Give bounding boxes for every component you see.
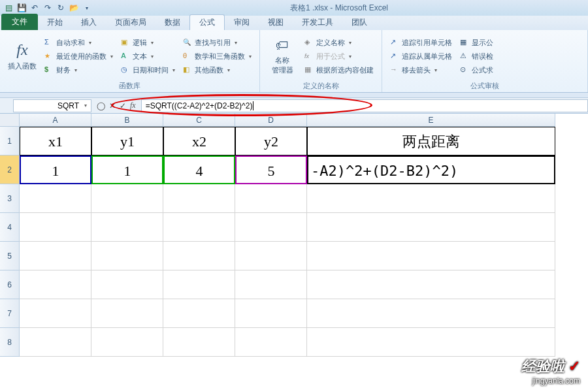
tab-home[interactable]: 开始	[38, 15, 72, 30]
cell-d6[interactable]	[235, 270, 307, 299]
chevron-down-icon[interactable]: ▾	[84, 103, 87, 108]
cell-a4[interactable]	[20, 213, 91, 242]
select-all-corner[interactable]	[0, 114, 20, 127]
save-icon[interactable]: 💾	[16, 2, 27, 14]
error-icon: ⚠	[460, 52, 469, 61]
fx-icon[interactable]: fx	[130, 101, 136, 110]
cell-c5[interactable]	[163, 242, 235, 270]
cell-c6[interactable]	[163, 270, 235, 299]
cell-a8[interactable]	[20, 328, 91, 357]
cell-e4[interactable]	[307, 213, 555, 242]
cell-b8[interactable]	[91, 328, 163, 357]
tab-insert[interactable]: 插入	[72, 15, 106, 30]
cell-b7[interactable]	[91, 299, 163, 328]
row-header-6[interactable]: 6	[0, 270, 20, 299]
dropdown-icon[interactable]: ▾	[81, 2, 93, 14]
row-header-8[interactable]: 8	[0, 328, 20, 357]
cell-d5[interactable]	[235, 242, 307, 270]
cell-b5[interactable]	[91, 242, 163, 270]
cell-a1[interactable]: x1	[20, 127, 91, 155]
cell-b1[interactable]: y1	[91, 127, 163, 155]
use-formula-button[interactable]: 用于公式▾	[302, 50, 376, 63]
create-selection-button[interactable]: 根据所选内容创建	[302, 64, 376, 76]
datetime-button[interactable]: 日期和时间▾	[118, 64, 178, 76]
cell-a5[interactable]	[20, 242, 91, 270]
tab-view[interactable]: 视图	[259, 15, 293, 30]
open-icon[interactable]: 📂	[68, 2, 80, 14]
cell-a2[interactable]: 1	[20, 155, 91, 184]
show-formulas-button[interactable]: ▦显示公	[457, 37, 496, 49]
cell-e5[interactable]	[307, 242, 555, 270]
cell-d4[interactable]	[235, 213, 307, 242]
cancel-icon[interactable]: ✕	[109, 101, 116, 110]
tab-data[interactable]: 数据	[155, 15, 189, 30]
tab-layout[interactable]: 页面布局	[106, 15, 155, 30]
cell-d7[interactable]	[235, 299, 307, 328]
cell-d1[interactable]: y2	[235, 127, 307, 155]
enter-icon[interactable]: ✓	[120, 101, 126, 110]
error-check-button[interactable]: ⚠错误检	[457, 50, 496, 63]
cell-b3[interactable]	[91, 184, 163, 213]
row-header-7[interactable]: 7	[0, 299, 20, 328]
lookup-button[interactable]: 查找与引用▾	[180, 37, 254, 49]
col-header-e[interactable]: E	[307, 114, 555, 127]
tab-file[interactable]: 文件	[1, 14, 38, 30]
math-button[interactable]: 数学和三角函数▾	[180, 50, 254, 63]
name-box[interactable]: SQRT ▾	[13, 99, 91, 112]
cell-a3[interactable]	[20, 184, 91, 213]
cell-c4[interactable]	[163, 213, 235, 242]
row-header-3[interactable]: 3	[0, 184, 20, 213]
col-header-d[interactable]: D	[235, 114, 307, 127]
cell-d3[interactable]	[235, 184, 307, 213]
cell-d2[interactable]: 5	[235, 155, 307, 184]
row-header-2[interactable]: 2	[0, 155, 20, 184]
row-5: 5	[0, 242, 588, 270]
undo-icon[interactable]: ↶	[29, 2, 41, 14]
recent-button[interactable]: 最近使用的函数▾	[42, 50, 116, 63]
tab-dev[interactable]: 开发工具	[293, 15, 342, 30]
cell-c7[interactable]	[163, 299, 235, 328]
row-header-4[interactable]: 4	[0, 213, 20, 242]
cell-e6[interactable]	[307, 270, 555, 299]
cell-e2[interactable]: -A2)^2+(D2-B2)^2)	[307, 155, 555, 184]
define-name-button[interactable]: 定义名称▾	[302, 37, 376, 49]
financial-button[interactable]: 财务▾	[42, 64, 116, 76]
cell-b4[interactable]	[91, 213, 163, 242]
col-header-b[interactable]: B	[91, 114, 163, 127]
cell-c8[interactable]	[163, 328, 235, 357]
autosum-button[interactable]: 自动求和▾	[42, 37, 116, 49]
name-manager-button[interactable]: 🏷 名称 管理器	[265, 33, 299, 80]
logical-button[interactable]: 逻辑▾	[118, 37, 178, 49]
tab-team[interactable]: 团队	[342, 15, 376, 30]
formula-input[interactable]: =SQRT((C2-A2)^2+(D2-B2)^2)	[141, 99, 588, 112]
row-header-5[interactable]: 5	[0, 242, 20, 270]
row-header-1[interactable]: 1	[0, 127, 20, 155]
cell-b2[interactable]: 1	[91, 155, 163, 184]
cell-e8[interactable]	[307, 328, 555, 357]
cell-d8[interactable]	[235, 328, 307, 357]
other-fn-button[interactable]: 其他函数▾	[180, 64, 254, 76]
cell-e3[interactable]	[307, 184, 555, 213]
redo-icon[interactable]: ↷	[42, 2, 54, 14]
audit-label: 公式审核	[387, 80, 582, 91]
cell-a7[interactable]	[20, 299, 91, 328]
cell-c3[interactable]	[163, 184, 235, 213]
cell-e1[interactable]: 两点距离	[307, 127, 555, 155]
remove-arrows-button[interactable]: 移去箭头▾	[387, 64, 455, 76]
cell-b6[interactable]	[91, 270, 163, 299]
text-button[interactable]: 文本▾	[118, 50, 178, 63]
trace-dependents-button[interactable]: 追踪从属单元格	[387, 50, 455, 63]
insert-function-button[interactable]: fx 插入函数	[5, 33, 39, 80]
cell-e7[interactable]	[307, 299, 555, 328]
col-header-a[interactable]: A	[20, 114, 91, 127]
cell-a6[interactable]	[20, 270, 91, 299]
circle-icon[interactable]: ◯	[97, 101, 105, 110]
trace-precedents-button[interactable]: 追踪引用单元格	[387, 37, 455, 49]
tab-review[interactable]: 审阅	[225, 15, 259, 30]
cell-c1[interactable]: x2	[163, 127, 235, 155]
tab-formulas[interactable]: 公式	[189, 14, 225, 30]
eval-formula-button[interactable]: ⊙公式求	[457, 64, 496, 76]
cell-c2[interactable]: 4	[163, 155, 235, 184]
col-header-c[interactable]: C	[163, 114, 235, 127]
redo2-icon[interactable]: ↻	[55, 2, 67, 14]
